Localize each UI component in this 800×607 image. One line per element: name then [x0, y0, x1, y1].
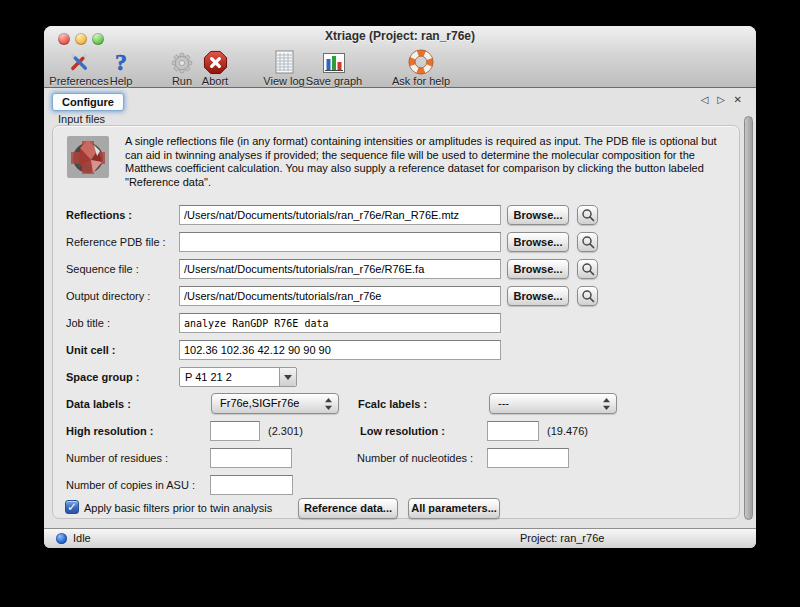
output-directory-input[interactable]	[179, 286, 501, 306]
reflections-magnifier-button[interactable]	[577, 205, 598, 225]
reflections-label: Reflections :	[66, 209, 132, 221]
status-indicator-icon	[56, 533, 67, 544]
space-group-label: Space group :	[66, 371, 139, 383]
space-group-combobox[interactable]: P 41 21 2	[179, 367, 297, 387]
reference-pdb-input[interactable]	[179, 232, 501, 252]
description-text: A single reflections file (in any format…	[125, 135, 729, 189]
toolbar-button-save-graph[interactable]: Save graph	[301, 49, 367, 87]
content-area: Configure ◁ ▷ ✕ Input files	[44, 88, 756, 528]
num-residues-input[interactable]	[210, 448, 292, 468]
magnifier-icon	[581, 262, 595, 276]
data-labels-label: Data labels :	[66, 398, 131, 410]
toolbar-button-ask-for-help[interactable]: Ask for help	[383, 49, 459, 87]
data-labels-value: Fr76e,SIGFr76e	[220, 397, 299, 409]
updown-arrows-icon	[324, 397, 333, 411]
tools-icon	[46, 49, 112, 75]
apply-filters-checkbox-label: Apply basic filters prior to twin analys…	[84, 502, 272, 514]
num-nucleotides-input[interactable]	[487, 448, 569, 468]
bar-chart-icon	[301, 49, 367, 75]
sequence-file-label: Sequence file :	[66, 263, 139, 275]
combo-dropdown-button[interactable]	[279, 368, 296, 386]
updown-arrows-icon	[602, 397, 611, 411]
svg-text:?: ?	[115, 49, 127, 75]
num-copies-asu-input[interactable]	[210, 475, 293, 495]
unit-cell-label: Unit cell :	[66, 344, 116, 356]
sequence-file-magnifier-button[interactable]	[577, 259, 598, 279]
unit-cell-input[interactable]	[179, 340, 501, 360]
input-files-groupbox: A single reflections file (in any format…	[52, 125, 740, 519]
fcalc-labels-value: ---	[498, 397, 509, 409]
low-resolution-label: Low resolution :	[360, 425, 445, 437]
reference-pdb-browse-button[interactable]: Browse...	[507, 232, 569, 252]
tab-navigation: ◁ ▷ ✕	[695, 94, 742, 105]
screenshot-background: Xtriage (Project: ran_r76e) Preferences …	[0, 0, 800, 607]
status-project: Project: ran_r76e	[520, 532, 604, 544]
status-bar: Idle Project: ran_r76e	[44, 528, 756, 548]
low-resolution-hint: (19.476)	[547, 425, 588, 437]
apply-filters-checkbox[interactable]: ✓	[65, 500, 79, 514]
question-mark-icon: ?	[104, 49, 138, 75]
tab-prev-icon[interactable]: ◁	[701, 94, 709, 105]
app-window: Xtriage (Project: ran_r76e) Preferences …	[44, 26, 756, 548]
job-title-label: Job title :	[66, 317, 110, 329]
num-nucleotides-label: Number of nucleotides :	[357, 452, 473, 464]
reference-data-button[interactable]: Reference data...	[298, 498, 398, 519]
high-resolution-label: High resolution :	[66, 425, 153, 437]
output-directory-browse-button[interactable]: Browse...	[507, 286, 569, 306]
magnifier-icon	[581, 289, 595, 303]
toolbar-button-abort[interactable]: Abort	[195, 49, 235, 87]
num-residues-label: Number of residues :	[66, 452, 168, 464]
high-resolution-input[interactable]	[210, 421, 260, 441]
reference-pdb-label: Reference PDB file :	[66, 236, 166, 248]
status-state: Idle	[73, 532, 91, 544]
magnifier-icon	[581, 208, 595, 222]
toolbar-button-preferences[interactable]: Preferences	[46, 49, 112, 87]
all-parameters-button[interactable]: All parameters...	[408, 498, 500, 519]
reflections-input[interactable]	[179, 205, 501, 225]
low-resolution-input[interactable]	[487, 421, 539, 441]
fcalc-labels-label: Fcalc labels :	[358, 398, 427, 410]
window-chrome: Xtriage (Project: ran_r76e) Preferences …	[44, 26, 756, 88]
data-labels-popup[interactable]: Fr76e,SIGFr76e	[211, 393, 339, 414]
reference-pdb-magnifier-button[interactable]	[577, 232, 598, 252]
chevron-down-icon	[284, 375, 292, 380]
tab-close-icon[interactable]: ✕	[734, 94, 742, 105]
output-directory-label: Output directory :	[66, 290, 150, 302]
xtriage-crystal-icon	[67, 136, 109, 178]
section-label-input-files: Input files	[58, 113, 105, 125]
high-resolution-hint: (2.301)	[268, 425, 303, 437]
magnifier-icon	[581, 235, 595, 249]
lifebuoy-icon	[383, 49, 459, 75]
fcalc-labels-popup[interactable]: ---	[489, 393, 617, 414]
scrollbar-thumb[interactable]	[744, 116, 753, 520]
sequence-file-input[interactable]	[179, 259, 501, 279]
vertical-scrollbar[interactable]	[744, 90, 753, 524]
job-title-input[interactable]	[179, 313, 501, 333]
sequence-file-browse-button[interactable]: Browse...	[507, 259, 569, 279]
space-group-value: P 41 21 2	[185, 371, 232, 383]
num-copies-asu-label: Number of copies in ASU :	[66, 479, 195, 491]
stop-x-icon	[195, 49, 235, 75]
tab-configure[interactable]: Configure	[52, 93, 124, 111]
window-title: Xtriage (Project: ran_r76e)	[44, 29, 756, 43]
reflections-browse-button[interactable]: Browse...	[507, 205, 569, 225]
checkmark-icon: ✓	[67, 500, 77, 514]
tab-next-icon[interactable]: ▷	[717, 94, 725, 105]
toolbar-button-help[interactable]: ? Help	[104, 49, 138, 87]
output-directory-magnifier-button[interactable]	[577, 286, 598, 306]
